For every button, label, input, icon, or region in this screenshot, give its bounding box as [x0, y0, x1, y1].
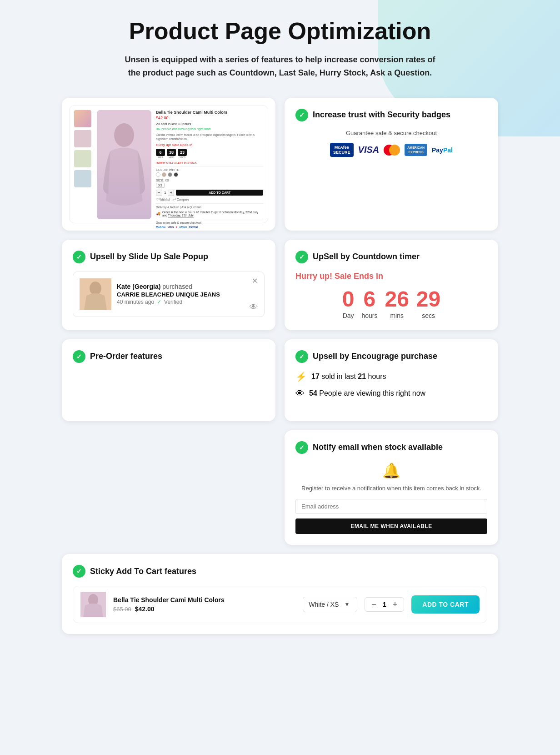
notify-check-icon: [295, 441, 308, 454]
countdown-day-label: Day: [342, 312, 355, 319]
product-preview-card: Bella Tie Shoulder Cami Multi Colors $42…: [62, 98, 275, 231]
mini-compare-link[interactable]: ⇄ Compare: [173, 198, 189, 201]
thumb-1: [74, 110, 91, 127]
mini-countdown-item-mins: 38 MINS: [167, 149, 176, 159]
mini-countdown-item-hours: 6 HRS: [156, 149, 165, 159]
paypal-badge: PayPal: [432, 146, 453, 154]
countdown-hours-box: 6 hours: [361, 288, 377, 319]
notify-card-header: Notify email when stock available: [295, 441, 487, 454]
third-row-grid: Notify email when stock available 🔔 Regi…: [62, 430, 498, 545]
sticky-card-header: Sticky Add To Cart features: [73, 565, 487, 578]
thumb-4: [74, 170, 91, 187]
sticky-qty-plus[interactable]: +: [391, 600, 400, 609]
popup-card: Upsell by Slide Up Sale Popup Kate (Geor…: [62, 240, 275, 330]
notify-card-title: Notify email when stock available: [313, 443, 443, 452]
mini-qty-minus[interactable]: −: [156, 190, 162, 196]
countdown-hours-label: hours: [361, 312, 377, 319]
countdown-secs-value: 29: [416, 288, 440, 310]
security-badge-row: McAfee SECURE VISA AMERICAN EXPRESS: [295, 143, 487, 157]
popup-product-name: CARRIE BLEACHED UNIQUE JEANS: [117, 291, 258, 298]
mini-add-to-cart[interactable]: ADD TO CART: [176, 190, 263, 196]
mini-delivery: Delivery & Return | Ask a Question: [156, 206, 263, 209]
visa-badge-item: VISA: [358, 145, 380, 155]
mcafee-badge-item: McAfee SECURE: [330, 143, 354, 157]
mc-right-circle: [389, 145, 400, 156]
preorder-card: Pre-Order features: [62, 339, 275, 421]
thumb-3: [74, 150, 91, 167]
mini-mcafee: McAfee: [156, 226, 165, 228]
countdown-check-icon: [295, 251, 308, 263]
notify-bell-icon: 🔔: [295, 462, 487, 479]
encourage-item-1: ⚡ 17 sold in last 21 hours: [295, 371, 487, 382]
popup-mockup: Kate (Georgia) purchased CARRIE BLEACHED…: [73, 272, 265, 317]
sticky-product-info: Bella Tie Shoulder Cami Multi Colors $65…: [113, 596, 295, 613]
paypal-badge-item: PayPal: [432, 146, 453, 154]
color-dark[interactable]: [174, 172, 178, 177]
notify-submit-button[interactable]: EMAIL ME WHEN AVAILABLE: [295, 518, 487, 534]
product-thumbnails: [74, 110, 92, 218]
mini-delivery-text: Order in the next 4 hours 46 minutes to …: [162, 211, 263, 217]
countdown-secs-label: secs: [416, 312, 440, 319]
mcafee-badge: McAfee SECURE: [330, 143, 354, 157]
security-card: Increase trust with Security badges Guar…: [285, 98, 498, 231]
eye-icon: 👁: [295, 388, 305, 399]
mini-color-swatches: [156, 172, 263, 177]
popup-time: 40 minutes ago: [117, 299, 154, 305]
countdown-mins-value: 26: [385, 288, 409, 310]
sticky-variant-select[interactable]: White / XS ▼: [303, 597, 357, 612]
add-to-cart-button[interactable]: ADD TO CART: [411, 595, 480, 614]
mini-qty-value: 1: [164, 191, 166, 195]
color-tan[interactable]: [162, 172, 166, 177]
mini-size-label: SIZE: XS: [156, 179, 263, 182]
popup-check-icon: [73, 251, 85, 263]
amex-badge: AMERICAN EXPRESS: [405, 144, 427, 156]
color-gray[interactable]: [168, 172, 172, 177]
sticky-product-name: Bella Tie Shoulder Cami Multi Colors: [113, 596, 295, 604]
mini-product-name: Bella Tie Shoulder Cami Multi Colors: [156, 110, 263, 115]
mini-wishlist-link[interactable]: ♡ Wishlist: [156, 198, 170, 201]
mini-secs-value: 23: [178, 149, 187, 156]
sticky-qty-minus[interactable]: −: [370, 600, 378, 609]
encourage-check-icon: [295, 350, 308, 363]
verified-icon: ✓: [157, 299, 161, 305]
mini-amex: AMEX: [179, 226, 187, 228]
countdown-card: UpSell by Countdown timer Hurry up! Sale…: [285, 240, 498, 330]
countdown-card-title: UpSell by Countdown timer: [313, 252, 420, 262]
popup-close-button[interactable]: ✕: [252, 277, 258, 285]
mini-paypal: PayPal: [189, 226, 198, 228]
sticky-card-title: Sticky Add To Cart features: [90, 567, 196, 576]
encourage-text-1: 17 sold in last 21 hours: [311, 372, 386, 381]
color-white[interactable]: [156, 172, 160, 177]
encourage-text-2: 54 People are viewing this right now: [309, 389, 425, 398]
countdown-card-header: UpSell by Countdown timer: [295, 251, 487, 263]
hurry-sale-text: Hurry up! Sale Ends in: [295, 272, 487, 281]
sticky-qty-value: 1: [380, 601, 389, 608]
product-main-image: [97, 110, 151, 219]
security-card-header: Increase trust with Security badges: [295, 109, 487, 121]
security-card-title: Increase trust with Security badges: [313, 110, 450, 120]
notify-card: Notify email when stock available 🔔 Regi…: [285, 430, 498, 545]
mini-secure-text: Guarantee safe & secure checkout: [156, 221, 263, 224]
mini-mins-label: MINS: [167, 156, 176, 159]
top-row-grid: Bella Tie Shoulder Cami Multi Colors $42…: [62, 98, 498, 231]
mini-visa: VISA: [167, 226, 174, 228]
mini-size-box[interactable]: XS: [156, 183, 165, 188]
security-subtitle: Guarantee safe & secure checkout: [295, 130, 487, 136]
notify-email-input[interactable]: [295, 499, 487, 514]
sticky-check-icon: [73, 565, 85, 578]
sticky-new-price: $42.00: [135, 605, 155, 613]
popup-card-header: Upsell by Slide Up Sale Popup: [73, 251, 265, 263]
sticky-cart-card: Sticky Add To Cart features Bella Tie Sh…: [62, 554, 498, 634]
mini-viewing-text: 86 People are viewing this right now: [156, 127, 263, 131]
mini-mins-value: 38: [167, 149, 176, 156]
visa-badge: VISA: [358, 145, 380, 155]
sticky-variant-value: White / XS: [309, 601, 339, 608]
mastercard-badge-item: [384, 145, 400, 156]
mini-qty-plus[interactable]: +: [168, 190, 174, 196]
preorder-check-icon: [73, 350, 85, 363]
mini-hurry-text: Hurry up! Sale Ends in: [156, 143, 263, 147]
mini-mc: ●: [175, 226, 177, 228]
popup-product-image: [80, 278, 111, 310]
page-wrapper: Product Page Optimization Unsen is equip…: [62, 18, 498, 634]
encourage-item-2: 👁 54 People are viewing this right now: [295, 388, 487, 399]
